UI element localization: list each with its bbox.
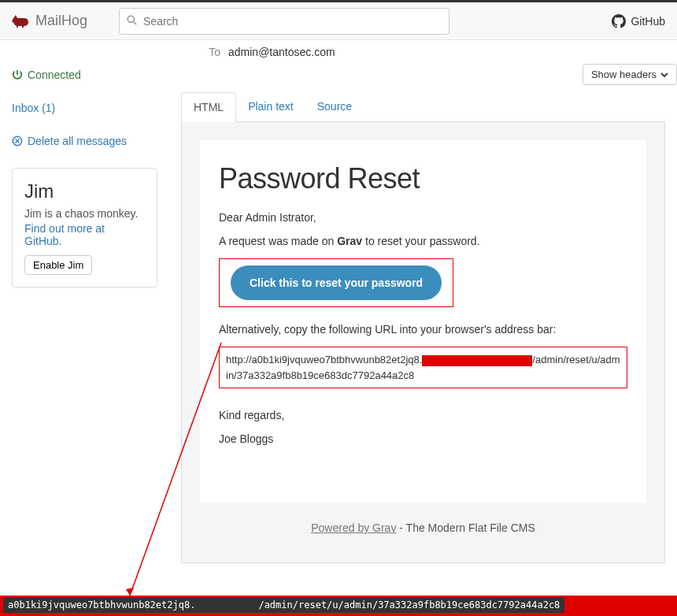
power-icon (12, 69, 23, 80)
tab-plain[interactable]: Plain text (236, 92, 305, 122)
pig-icon (12, 15, 29, 28)
email-signature: Joe Bloggs (219, 432, 627, 445)
svg-line-1 (134, 21, 137, 24)
reset-password-button[interactable]: Click this to reset your password (231, 265, 442, 300)
powered-by-link[interactable]: Powered by Grav (311, 521, 396, 534)
sidebar-connected[interactable]: Connected (12, 64, 157, 86)
sidebar: Connected Inbox (1) Delete all messages … (0, 40, 169, 592)
navbar: MailHog GitHub (0, 0, 677, 40)
content: To admin@tantosec.com Show headers HTML … (169, 40, 677, 592)
search-input[interactable] (119, 8, 449, 35)
status-bar-url: a0b1ki9jvquweo7btbhvwunb82et2jq8./admin/… (3, 597, 564, 613)
enable-jim-button[interactable]: Enable Jim (24, 255, 92, 275)
github-label: GitHub (631, 15, 665, 28)
delete-icon (12, 135, 23, 147)
search-icon (127, 15, 137, 28)
reset-url-part-a: http://a0b1ki9jvquweo7btbhvwunb82et2jq8. (226, 354, 422, 366)
email-frame: Password Reset Dear Admin Istrator, A re… (181, 122, 665, 563)
email-alt: Alternatively, copy the following URL in… (219, 323, 627, 336)
email-regards: Kind regards, (219, 409, 627, 421)
sidebar-inbox[interactable]: Inbox (1) (12, 97, 157, 119)
reset-button-highlight: Click this to reset your password (219, 258, 453, 307)
jim-panel: Jim Jim is a chaos monkey. Find out more… (12, 168, 157, 288)
tab-html[interactable]: HTML (181, 92, 236, 122)
email-title: Password Reset (219, 162, 627, 195)
tabs: HTML Plain text Source (181, 91, 665, 122)
tab-source[interactable]: Source (305, 92, 364, 122)
email-greeting: Dear Admin Istrator, (219, 211, 627, 224)
chevron-down-icon (660, 71, 668, 79)
brand[interactable]: MailHog (12, 13, 87, 29)
svg-point-0 (128, 16, 134, 22)
brand-text: MailHog (35, 13, 87, 29)
show-headers-button[interactable]: Show headers (583, 64, 677, 85)
github-link[interactable]: GitHub (612, 14, 665, 28)
main: Connected Inbox (1) Delete all messages … (0, 40, 677, 592)
jim-desc: Jim is a chaos monkey. (24, 207, 145, 220)
jim-title: Jim (24, 180, 145, 202)
to-value: admin@tantosec.com (228, 46, 335, 58)
status-bar-highlight: a0b1ki9jvquweo7btbhvwunb82et2jq8./admin/… (0, 596, 677, 616)
to-label: To (181, 46, 228, 58)
header-row-to: To admin@tantosec.com (181, 40, 665, 58)
github-icon (612, 14, 626, 28)
search-wrap (119, 8, 449, 35)
email-line1: A request was made on Grav to reset your… (219, 235, 627, 247)
jim-link-2[interactable]: GitHub. (24, 235, 61, 247)
redacted-domain (422, 355, 532, 366)
email-body: Password Reset Dear Admin Istrator, A re… (200, 140, 646, 503)
sidebar-delete-all[interactable]: Delete all messages (12, 130, 157, 152)
reset-url-highlight: http://a0b1ki9jvquweo7btbhvwunb82et2jq8.… (219, 347, 627, 388)
email-footer: Powered by Grav - The Modern Flat File C… (200, 503, 646, 534)
jim-link-1[interactable]: Find out more at (24, 222, 105, 235)
